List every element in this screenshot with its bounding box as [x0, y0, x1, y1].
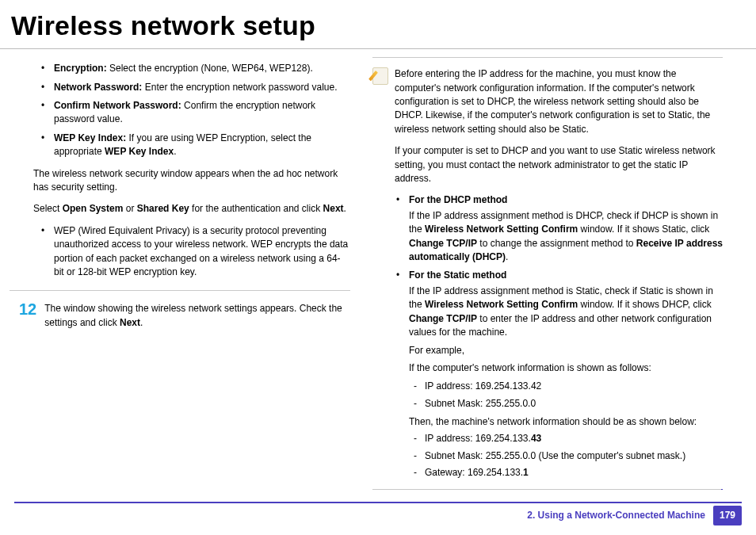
example-intro: If the computer's network information is… [409, 361, 723, 375]
text-fragment: Gateway: 169.254.133. [425, 467, 523, 478]
then-line: Then, the machine's network information … [409, 415, 723, 429]
text-fragment: . [140, 317, 143, 328]
list-item: IP address: 169.254.133.43 [414, 432, 723, 445]
note-paragraph: Before entering the IP address for the m… [395, 67, 723, 136]
paragraph: The wireless network security window app… [33, 167, 350, 195]
text-fragment: . [344, 203, 346, 214]
text-fragment: for the authentication and click [189, 203, 323, 214]
example-label: For example, [409, 344, 723, 357]
note-icon [372, 67, 388, 85]
item-bold-tail: WEP Key Index [105, 146, 174, 157]
page-number: 179 [713, 506, 742, 525]
page-title: Wireless network setup [0, 0, 756, 49]
step-12: 12 The window showing the wireless netwo… [19, 300, 350, 330]
open-system-label: Open System [63, 203, 124, 214]
text-fragment: to change the assignment method to [477, 238, 636, 249]
item-label: Confirm Network Password: [54, 100, 181, 111]
left-column: Encryption: Select the encryption (None,… [10, 57, 350, 490]
bold-number: 1 [523, 467, 529, 478]
method-heading: For the Static method [409, 269, 506, 281]
method-body: If the IP address assignment method is D… [409, 209, 723, 265]
auth-instruction: Select Open System or Shared Key for the… [33, 202, 350, 216]
wep-explain-list: WEP (Wired Equivalent Privacy) is a secu… [41, 224, 350, 280]
content-columns: Encryption: Select the encryption (None,… [0, 49, 756, 490]
dhcp-method: For the DHCP method If the IP address as… [396, 193, 723, 264]
shared-key-label: Shared Key [137, 203, 189, 214]
step-text: The window showing the wireless network … [44, 300, 350, 330]
text-fragment: IP address: 169.254.133. [425, 433, 531, 444]
text-fragment: Select [33, 203, 63, 214]
text-fragment: window. If it shows Static, click [578, 224, 709, 235]
window-name: Wireless Network Setting Confirm [425, 299, 578, 310]
encryption-options-list: Encryption: Select the encryption (None,… [41, 62, 350, 159]
item-label: Network Password: [54, 82, 142, 93]
text-fragment: window. If it shows DHCP, click [578, 299, 712, 310]
method-body: If the IP address assignment method is S… [409, 285, 723, 340]
item-tail: . [174, 146, 176, 157]
change-tcpip-label: Change TCP/IP [409, 313, 477, 324]
list-item: Network Password: Enter the encryption n… [41, 81, 350, 94]
page-footer: 2. Using a Network-Connected Machine 179 [527, 506, 742, 525]
method-list: For the DHCP method If the IP address as… [396, 193, 723, 375]
text-fragment: or [123, 203, 136, 214]
item-label: WEP Key Index: [54, 132, 126, 143]
item-label: Encryption: [54, 63, 107, 74]
next-label: Next [323, 203, 344, 214]
step-number: 12 [19, 300, 36, 330]
note-paragraph: If your computer is set to DHCP and you … [395, 144, 723, 185]
chapter-label: 2. Using a Network-Connected Machine [527, 509, 705, 522]
next-label: Next [120, 317, 140, 328]
list-item: WEP Key Index: If you are using WEP Encr… [41, 132, 350, 159]
note-block: Before entering the IP address for the m… [372, 67, 723, 185]
window-name: Wireless Network Setting Confirm [425, 224, 578, 235]
list-item: Subnet Mask: 255.255.0.0 (Use the comput… [414, 449, 723, 463]
text-fragment: The window showing the wireless network … [44, 303, 342, 327]
text-fragment: . [506, 251, 508, 262]
section-divider [372, 57, 723, 58]
note-body: Before entering the IP address for the m… [395, 67, 723, 185]
list-item: Gateway: 169.254.133.1 [414, 466, 723, 480]
change-tcpip-label: Change TCP/IP [409, 238, 477, 249]
right-column: Before entering the IP address for the m… [372, 57, 723, 490]
list-item: Encryption: Select the encryption (None,… [41, 62, 350, 75]
list-item: Confirm Network Password: Confirm the en… [41, 99, 350, 127]
method-heading: For the DHCP method [409, 194, 507, 205]
section-divider [10, 290, 350, 291]
computer-network-info: IP address: 169.254.133.42 Subnet Mask: … [414, 380, 723, 411]
item-text: Select the encryption (None, WEP64, WEP1… [107, 63, 313, 74]
footer-divider [14, 502, 742, 503]
section-divider [372, 489, 723, 490]
machine-network-info: IP address: 169.254.133.43 Subnet Mask: … [414, 432, 723, 480]
static-method: For the Static method If the IP address … [396, 269, 723, 375]
list-item: WEP (Wired Equivalent Privacy) is a secu… [41, 224, 350, 280]
list-item: IP address: 169.254.133.42 [414, 380, 723, 393]
list-item: Subnet Mask: 255.255.0.0 [414, 397, 723, 411]
bold-number: 43 [531, 433, 541, 444]
item-text: Enter the encryption network password va… [142, 82, 337, 93]
